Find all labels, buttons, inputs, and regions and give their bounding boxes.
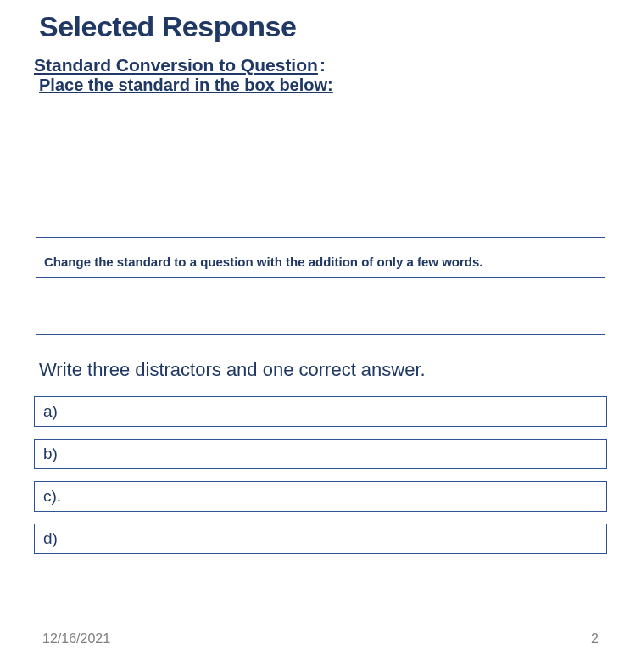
footer-page-number: 2: [591, 631, 599, 647]
answer-label-d: d): [43, 529, 58, 548]
page-footer: 12/16/2021 2: [42, 631, 599, 647]
subtitle-line: Standard Conversion to Question:: [32, 55, 609, 76]
instruction-distractors: Write three distractors and one correct …: [39, 359, 609, 381]
page-title: Selected Response: [39, 10, 609, 43]
answer-option-d[interactable]: d): [34, 524, 607, 554]
answer-label-c: c).: [43, 487, 61, 506]
instruction-place-standard: Place the standard in the box below:: [39, 76, 609, 95]
instruction-change-question: Change the standard to a question with t…: [44, 255, 609, 269]
footer-date: 12/16/2021: [42, 631, 110, 647]
answer-label-a: a): [43, 402, 58, 421]
question-input-box[interactable]: [36, 277, 605, 335]
answer-option-c[interactable]: c).: [34, 481, 607, 512]
answer-option-a[interactable]: a): [34, 396, 607, 427]
subtitle-colon: :: [320, 55, 326, 75]
answer-option-b[interactable]: b): [34, 439, 607, 469]
subtitle-text: Standard Conversion to Question: [34, 55, 318, 75]
answer-label-b: b): [43, 445, 58, 463]
standard-input-box[interactable]: [36, 104, 605, 238]
